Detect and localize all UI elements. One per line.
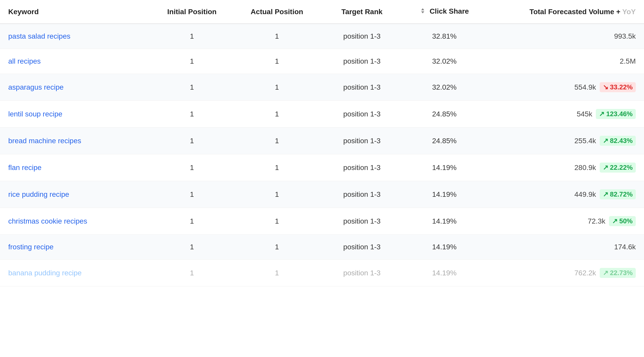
keyword-link[interactable]: bread machine recipes — [8, 137, 81, 145]
col-header-target-label: Target Rank — [341, 8, 383, 16]
keyword-cell: christmas cookie recipes — [0, 208, 149, 235]
volume-cell: 993.5k — [484, 24, 644, 49]
target-rank-cell: position 1-3 — [319, 49, 404, 74]
keyword-cell: all recipes — [0, 49, 149, 74]
volume-number: 174.6k — [614, 243, 636, 251]
keyword-link[interactable]: rice pudding recipe — [8, 190, 69, 198]
table-row: christmas cookie recipes11position 1-314… — [0, 208, 644, 235]
arrow-up-icon: ↗ — [603, 137, 608, 145]
table-row: all recipes11position 1-332.02%2.5M — [0, 49, 644, 74]
yoy-value: 50% — [619, 217, 633, 225]
click-share-cell: 24.85% — [404, 128, 484, 154]
target-rank-cell: position 1-3 — [319, 181, 404, 208]
target-rank-cell: position 1-3 — [319, 74, 404, 101]
yoy-badge: ↗22.22% — [600, 163, 636, 173]
yoy-badge: ↗22.73% — [600, 268, 636, 278]
target-rank-cell: position 1-3 — [319, 128, 404, 154]
volume-cell: 280.9k↗22.22% — [484, 154, 644, 181]
arrow-up-icon: ↗ — [599, 110, 605, 118]
col-header-actual: Actual Position — [234, 0, 319, 24]
table-row: banana pudding recipe11position 1-314.19… — [0, 260, 644, 286]
initial-position-cell: 1 — [149, 128, 234, 154]
table-row: asparagus recipe11position 1-332.02%554.… — [0, 74, 644, 101]
yoy-value: 82.43% — [610, 137, 633, 145]
keyword-cell: pasta salad recipes — [0, 24, 149, 49]
initial-position-cell: 1 — [149, 260, 234, 286]
volume-number: 449.9k — [574, 190, 596, 199]
target-rank-cell: position 1-3 — [319, 24, 404, 49]
yoy-value: 22.22% — [610, 164, 633, 172]
keyword-cell: bread machine recipes — [0, 128, 149, 154]
yoy-badge: ↗82.72% — [600, 189, 636, 199]
yoy-value: 82.72% — [610, 190, 633, 198]
keyword-link[interactable]: flan recipe — [8, 164, 41, 172]
col-header-target: Target Rank — [319, 0, 404, 24]
col-header-volume-main: Total Forecasted Volume + — [529, 8, 622, 16]
target-rank-cell: position 1-3 — [319, 208, 404, 235]
arrow-up-icon: ↗ — [612, 217, 618, 225]
volume-number: 72.3k — [588, 217, 605, 225]
target-rank-cell: position 1-3 — [319, 154, 404, 181]
target-rank-cell: position 1-3 — [319, 101, 404, 128]
data-table: Keyword Initial Position Actual Position… — [0, 0, 644, 286]
initial-position-cell: 1 — [149, 208, 234, 235]
click-share-cell: 32.02% — [404, 49, 484, 74]
volume-cell: 174.6k — [484, 235, 644, 260]
col-header-initial-label: Initial Position — [167, 8, 216, 16]
yoy-badge: ↗82.43% — [600, 136, 636, 146]
initial-position-cell: 1 — [149, 235, 234, 260]
click-share-cell: 14.19% — [404, 208, 484, 235]
keyword-link[interactable]: christmas cookie recipes — [8, 217, 87, 225]
table-row: pasta salad recipes11position 1-332.81%9… — [0, 24, 644, 49]
keyword-link[interactable]: asparagus recipe — [8, 83, 64, 91]
volume-number: 993.5k — [614, 32, 636, 40]
actual-position-cell: 1 — [234, 49, 319, 74]
col-header-click[interactable]: Click Share — [404, 0, 484, 24]
volume-cell: 762.2k↗22.73% — [484, 260, 644, 286]
click-share-cell: 32.02% — [404, 74, 484, 101]
volume-number: 545k — [577, 110, 592, 118]
initial-position-cell: 1 — [149, 49, 234, 74]
initial-position-cell: 1 — [149, 154, 234, 181]
keyword-link[interactable]: pasta salad recipes — [8, 32, 70, 40]
yoy-badge: ↗50% — [609, 216, 636, 226]
table-row: flan recipe11position 1-314.19%280.9k↗22… — [0, 154, 644, 181]
table-row: frosting recipe11position 1-314.19%174.6… — [0, 235, 644, 260]
yoy-value: 33.22% — [610, 83, 633, 91]
actual-position-cell: 1 — [234, 154, 319, 181]
volume-number: 255.4k — [574, 137, 596, 145]
click-share-cell: 14.19% — [404, 235, 484, 260]
arrow-up-icon: ↗ — [603, 164, 608, 172]
actual-position-cell: 1 — [234, 24, 319, 49]
volume-number: 280.9k — [574, 164, 596, 172]
volume-cell: 449.9k↗82.72% — [484, 181, 644, 208]
volume-cell: 72.3k↗50% — [484, 208, 644, 235]
initial-position-cell: 1 — [149, 181, 234, 208]
arrow-down-icon: ↘ — [603, 83, 608, 91]
volume-cell: 255.4k↗82.43% — [484, 128, 644, 154]
click-share-cell: 14.19% — [404, 260, 484, 286]
click-share-cell: 14.19% — [404, 181, 484, 208]
keyword-link[interactable]: lentil soup recipe — [8, 110, 62, 118]
yoy-value: 22.73% — [610, 269, 633, 277]
keyword-link[interactable]: frosting recipe — [8, 243, 54, 251]
table-row: rice pudding recipe11position 1-314.19%4… — [0, 181, 644, 208]
col-header-keyword: Keyword — [0, 0, 149, 24]
keyword-link[interactable]: banana pudding recipe — [8, 269, 82, 277]
col-header-volume: Total Forecasted Volume + YoY — [484, 0, 644, 24]
table-row: lentil soup recipe11position 1-324.85%54… — [0, 101, 644, 128]
initial-position-cell: 1 — [149, 24, 234, 49]
col-header-volume-yoy: YoY — [622, 8, 636, 16]
keyword-cell: banana pudding recipe — [0, 260, 149, 286]
volume-number: 2.5M — [620, 57, 636, 65]
arrow-up-icon: ↗ — [603, 190, 608, 198]
actual-position-cell: 1 — [234, 260, 319, 286]
col-header-initial: Initial Position — [149, 0, 234, 24]
keyword-cell: asparagus recipe — [0, 74, 149, 101]
volume-cell: 545k↗123.46% — [484, 101, 644, 128]
actual-position-cell: 1 — [234, 128, 319, 154]
volume-number: 762.2k — [574, 269, 596, 277]
keyword-link[interactable]: all recipes — [8, 57, 41, 65]
actual-position-cell: 1 — [234, 101, 319, 128]
volume-cell: 2.5M — [484, 49, 644, 74]
